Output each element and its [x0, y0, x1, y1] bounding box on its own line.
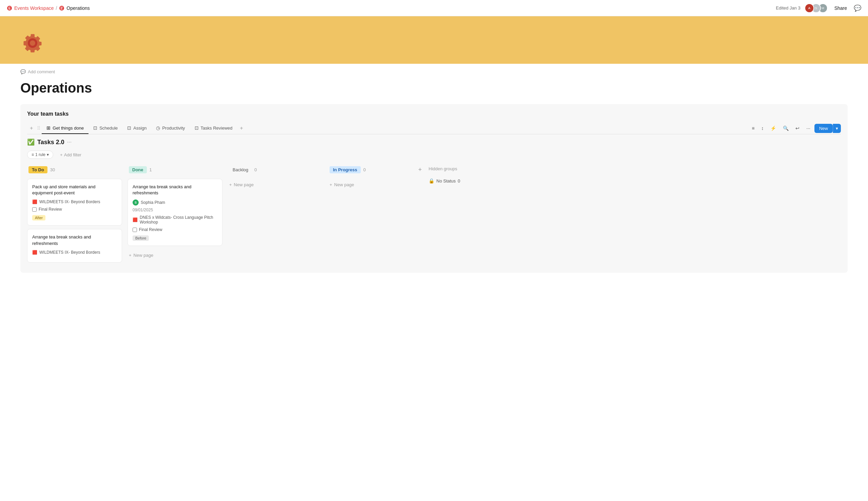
column-backlog: Backlog 0 + New page: [228, 164, 323, 191]
new-dropdown-button[interactable]: ▾: [833, 124, 841, 133]
project-icon-1: 🟥: [32, 200, 37, 204]
page-title: Operations: [20, 80, 848, 96]
assignee-name-sophia: Sophia Pham: [141, 200, 165, 205]
card-done-1-checkbox: Final Review: [133, 227, 217, 232]
card-done-1[interactable]: Arrange tea break snacks and refreshment…: [128, 179, 223, 246]
tab-icon-4: ⊡: [195, 125, 199, 131]
column-inprogress-count: 0: [364, 167, 366, 172]
card-todo-1-checkbox: Final Review: [32, 207, 117, 212]
column-inprogress-label: In Progress: [329, 166, 361, 173]
tab-icon-1: ⊡: [93, 125, 97, 131]
hidden-item-no-status: 🔒 No Status 0: [428, 177, 496, 185]
backlog-new-page-button[interactable]: + New page: [228, 179, 323, 191]
card-todo-1-tag: After: [32, 215, 45, 221]
sort-toolbar-button[interactable]: ↕: [759, 124, 766, 132]
hidden-groups-label: Hidden groups: [428, 166, 496, 171]
column-inprogress-header: In Progress 0 +: [328, 164, 423, 175]
avatar-group: A S M: [805, 3, 828, 13]
filter-chevron-icon: ▾: [47, 152, 49, 157]
column-done-count: 1: [150, 167, 152, 172]
column-backlog-count: 0: [254, 167, 257, 172]
final-review-label-1: Final Review: [39, 207, 62, 212]
backlog-new-page-icon: +: [229, 182, 232, 187]
final-review-checkbox-1[interactable]: [32, 207, 36, 212]
filter-row: ≡ 1 rule ▾ + Add filter: [27, 149, 841, 164]
tab-assign[interactable]: ⊡ Assign: [122, 122, 151, 134]
search-toolbar-button[interactable]: 🔍: [780, 124, 791, 132]
new-button-group: New ▾: [814, 124, 841, 133]
tab-add-right-button[interactable]: +: [237, 123, 246, 133]
add-filter-button[interactable]: + Add filter: [57, 151, 84, 159]
svg-text:E: E: [9, 7, 11, 10]
inprogress-new-page-icon: +: [329, 182, 332, 187]
comment-icon[interactable]: 💬: [854, 4, 861, 12]
filter-rule-button[interactable]: ≡ 1 rule ▾: [27, 151, 53, 159]
column-backlog-header: Backlog 0: [228, 164, 323, 175]
toolbar: ≡ ↕ ⚡ 🔍 ↩ ··· New ▾: [749, 124, 841, 133]
card-todo-1[interactable]: Pack up and store materials and equipmen…: [27, 179, 122, 226]
edited-timestamp: Edited Jan 3: [776, 6, 800, 11]
column-inprogress: In Progress 0 + + New page: [328, 164, 423, 191]
tab-icon-2: ⊡: [127, 125, 131, 131]
tab-get-things-done[interactable]: ⊞ Get things done: [42, 122, 88, 134]
done-new-page-label: New page: [133, 253, 154, 258]
column-done: Done 1 Arrange tea break snacks and refr…: [128, 164, 223, 261]
done-new-page-button[interactable]: + New page: [128, 249, 223, 261]
db-title: Tasks 2.0: [37, 139, 64, 146]
inprogress-new-page-label: New page: [334, 182, 354, 187]
inprogress-new-page-button[interactable]: + New page: [328, 179, 423, 191]
comment-bubble-icon: 💬: [20, 69, 26, 74]
db-menu-button[interactable]: ···: [67, 139, 72, 145]
page-banner: [0, 16, 868, 64]
database-section-title: Your team tasks: [27, 111, 841, 117]
topbar-left: E Events Workspace / Operations: [7, 6, 90, 11]
tab-tasks-reviewed[interactable]: ⊡ Tasks Reviewed: [190, 122, 237, 134]
avatar-1: A: [805, 3, 814, 13]
tab-schedule[interactable]: ⊡ Schedule: [88, 122, 122, 134]
page-icon-small: [59, 6, 64, 11]
board-meta: ✅ Tasks 2.0 ···: [27, 134, 841, 149]
column-done-label: Done: [129, 166, 147, 173]
project-icon-2: 🟥: [32, 250, 37, 255]
breadcrumb-separator: /: [56, 6, 57, 11]
card-done-1-project: 🟥 DNES x Wildcats- Cross Language Pitch …: [133, 215, 217, 225]
add-filter-icon: +: [60, 152, 63, 157]
filter-toolbar-button[interactable]: ≡: [749, 124, 757, 132]
card-todo-2[interactable]: Arrange tea break snacks and refreshment…: [27, 229, 122, 262]
workspace-icon: E: [7, 6, 12, 11]
tab-productivity[interactable]: ◷ Productivity: [151, 122, 189, 134]
new-button[interactable]: New: [814, 124, 833, 133]
lock-icon: 🔒: [428, 178, 434, 183]
gear-icon: [20, 31, 45, 55]
column-backlog-label: Backlog: [229, 166, 252, 173]
card-todo-1-title: Pack up and store materials and equipmen…: [32, 184, 117, 196]
no-status-label: No Status: [436, 179, 456, 183]
filter-icon: ≡: [32, 152, 34, 157]
tab-add-left-button[interactable]: +: [27, 123, 36, 133]
bolt-toolbar-button[interactable]: ⚡: [768, 124, 779, 132]
page-content: 💬 Add comment Operations Your team tasks…: [0, 69, 868, 286]
done-new-page-icon: +: [129, 253, 132, 258]
tab-icon-3: ◷: [156, 125, 160, 131]
kanban-board: To Do 30 Pack up and store materials and…: [27, 164, 841, 273]
add-comment-row[interactable]: 💬 Add comment: [20, 69, 848, 74]
hidden-groups-column: Hidden groups 🔒 No Status 0: [428, 164, 496, 185]
card-todo-2-title: Arrange tea break snacks and refreshment…: [32, 234, 117, 246]
db-title-icon: ✅: [27, 138, 35, 146]
column-todo: To Do 30 Pack up and store materials and…: [27, 164, 122, 266]
card-done-1-title: Arrange tea break snacks and refreshment…: [133, 184, 217, 196]
workspace-link[interactable]: E Events Workspace: [7, 6, 54, 11]
column-todo-label: To Do: [29, 166, 47, 173]
share-button[interactable]: Share: [832, 4, 850, 12]
more-toolbar-button[interactable]: ···: [804, 124, 813, 132]
topbar: E Events Workspace / Operations Edited J…: [0, 0, 868, 16]
svg-text:S: S: [815, 6, 817, 10]
column-inprogress-add-button[interactable]: +: [418, 166, 422, 173]
card-todo-2-project: 🟥 WILDMEETS IX- Beyond Borders: [32, 250, 117, 255]
final-review-checkbox-done-1[interactable]: [133, 227, 137, 232]
page-breadcrumb[interactable]: Operations: [59, 6, 89, 11]
back-toolbar-button[interactable]: ↩: [793, 124, 802, 132]
svg-text:M: M: [822, 6, 824, 10]
card-done-1-date: 09/01/2025: [133, 207, 217, 212]
topbar-right: Edited Jan 3 A S M Share 💬: [776, 3, 861, 13]
